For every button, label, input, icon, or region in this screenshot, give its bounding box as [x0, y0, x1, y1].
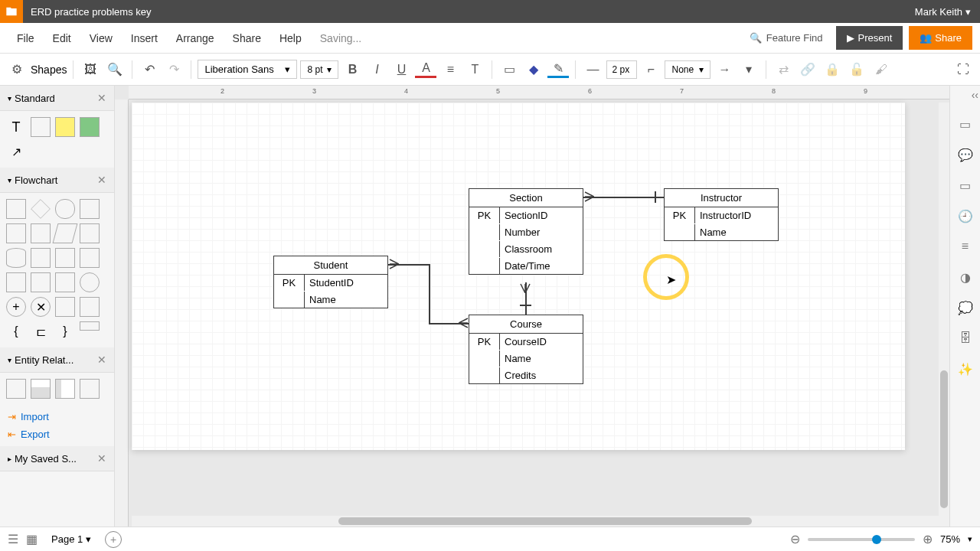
entity-instructor[interactable]: Instructor PKInstructorID Name	[664, 188, 779, 241]
text-color-icon[interactable]: A	[415, 61, 436, 78]
line-width-input[interactable]: 2 px	[606, 60, 637, 79]
swap-icon[interactable]: ⇄	[773, 59, 794, 80]
zoom-slider[interactable]	[808, 538, 915, 541]
panel-saved[interactable]: ▸ My Saved S... ✕	[0, 446, 114, 471]
flow-process[interactable]	[6, 199, 26, 219]
er-entity4[interactable]	[80, 379, 100, 399]
flow-summing[interactable]: ✕	[31, 297, 51, 317]
layers-icon[interactable]: ≡	[956, 237, 975, 256]
menu-insert[interactable]: Insert	[122, 32, 167, 44]
shape-fill-icon[interactable]: ▭	[498, 59, 520, 80]
font-size-select[interactable]: 8 pt▾	[300, 60, 338, 79]
image-icon[interactable]: 🖼	[80, 59, 101, 80]
flow-brace-r[interactable]: }	[55, 321, 75, 341]
comment-icon[interactable]: 💬	[956, 145, 975, 164]
flow-document[interactable]	[6, 223, 26, 243]
border-color-icon[interactable]: ✎	[547, 61, 569, 78]
menu-view[interactable]: View	[80, 32, 122, 44]
doc-title[interactable]: ERD practice problems key	[31, 6, 152, 18]
flow-multidoc[interactable]	[31, 223, 51, 243]
lock-icon[interactable]: 🔒	[822, 59, 843, 80]
present-icon[interactable]: ▭	[956, 176, 975, 194]
line-corner-icon[interactable]: ⌐	[640, 59, 662, 80]
font-select[interactable]: Liberation Sans▾	[198, 60, 297, 79]
feature-find[interactable]: 🔍 Feature Find	[742, 28, 831, 48]
scrollbar-vertical[interactable]	[939, 103, 949, 516]
bold-icon[interactable]: B	[341, 59, 363, 80]
grid-icon[interactable]: ▦	[26, 532, 38, 546]
flow-note[interactable]: ⊏	[31, 321, 51, 341]
slider-thumb[interactable]	[872, 535, 881, 544]
scrollbar-horizontal[interactable]	[132, 516, 949, 527]
paint-icon[interactable]: 🖌	[871, 59, 892, 80]
redo-icon[interactable]: ↷	[163, 59, 185, 80]
flow-data[interactable]	[53, 223, 78, 243]
flow-or[interactable]: +	[6, 297, 26, 317]
flow-offpage[interactable]	[80, 297, 100, 317]
menu-edit[interactable]: Edit	[44, 32, 80, 44]
export-button[interactable]: ⇤Export	[8, 425, 106, 443]
panel-flowchart[interactable]: ▾ Flowchart ✕	[0, 168, 114, 193]
present-button[interactable]: ▶ Present	[836, 26, 903, 50]
entity-section[interactable]: Section PKSectionID Number Classroom Dat…	[469, 188, 583, 275]
zoom-out-icon[interactable]: ⊖	[790, 532, 800, 546]
close-icon[interactable]: ✕	[97, 174, 106, 186]
chevron-down-icon[interactable]: ▾	[968, 534, 972, 544]
menu-file[interactable]: File	[8, 32, 44, 44]
flow-stored[interactable]	[31, 272, 51, 292]
hamburger-icon[interactable]: ☰	[8, 532, 18, 546]
page-tab[interactable]: Page 1 ▾	[45, 530, 97, 548]
line-style-icon[interactable]: ―	[582, 59, 603, 80]
fill-color-icon[interactable]: ◆	[523, 59, 544, 80]
shapes-button[interactable]: Shapes	[31, 64, 67, 76]
close-icon[interactable]: ✕	[97, 92, 106, 104]
import-button[interactable]: ⇥Import	[8, 408, 106, 425]
underline-icon[interactable]: U	[390, 59, 412, 80]
menu-arrange[interactable]: Arrange	[167, 32, 224, 44]
er-entity1[interactable]	[6, 379, 26, 399]
link-icon[interactable]: 🔗	[797, 59, 818, 80]
search-icon[interactable]: 🔍	[104, 59, 126, 80]
chevron-down-icon[interactable]: ▾	[738, 59, 760, 80]
close-icon[interactable]: ✕	[97, 452, 106, 465]
line-shape[interactable]: ↗	[6, 142, 26, 161]
user-menu[interactable]: Mark Keith ▾	[906, 6, 980, 18]
panel-standard[interactable]: ▾ Standard ✕	[0, 86, 114, 111]
menu-share[interactable]: Share	[224, 32, 270, 44]
fullscreen-icon[interactable]: ⛶	[952, 59, 974, 80]
close-icon[interactable]: ✕	[97, 354, 106, 366]
magic-icon[interactable]: ✨	[956, 360, 975, 378]
rect-shape[interactable]	[31, 117, 51, 137]
chat-icon[interactable]: 💭	[956, 298, 975, 317]
arrow-start-select[interactable]: None▾	[665, 60, 710, 79]
italic-icon[interactable]: I	[366, 59, 387, 80]
scrollbar-thumb[interactable]	[338, 517, 752, 525]
canvas-paper[interactable]: Student PKStudentID Name Section PKSecti…	[132, 103, 905, 450]
theme-icon[interactable]: ◑	[956, 268, 975, 286]
share-button[interactable]: 👥 Share	[909, 26, 972, 50]
undo-icon[interactable]: ↶	[139, 59, 160, 80]
connector[interactable]	[429, 264, 430, 323]
text-options-icon[interactable]: T	[464, 59, 485, 80]
flow-swatch[interactable]	[80, 321, 100, 331]
flow-internal[interactable]	[55, 248, 75, 268]
flow-paper[interactable]	[80, 248, 100, 268]
flow-directdata[interactable]	[31, 248, 51, 268]
text-shape[interactable]: T	[6, 117, 26, 137]
flow-decision[interactable]	[31, 199, 51, 219]
flow-hexagon[interactable]	[80, 223, 100, 243]
scrollbar-thumb[interactable]	[940, 370, 948, 508]
flow-delay[interactable]	[6, 272, 26, 292]
flow-brace-l[interactable]: {	[6, 321, 26, 341]
add-page-button[interactable]: +	[105, 531, 122, 548]
entity-student[interactable]: Student PKStudentID Name	[273, 256, 388, 308]
arrow-end-icon[interactable]: →	[714, 59, 735, 80]
flow-database[interactable]	[6, 248, 26, 268]
zoom-in-icon[interactable]: ⊕	[923, 532, 933, 546]
panel-er[interactable]: ▾ Entity Relat... ✕	[0, 347, 114, 373]
flow-predefined[interactable]	[80, 199, 100, 219]
entity-course[interactable]: Course PKCourseID Name Credits	[469, 315, 583, 384]
gear-icon[interactable]: ⚙	[6, 59, 28, 80]
align-icon[interactable]: ≡	[439, 59, 461, 80]
history-icon[interactable]: 🕘	[956, 207, 975, 225]
